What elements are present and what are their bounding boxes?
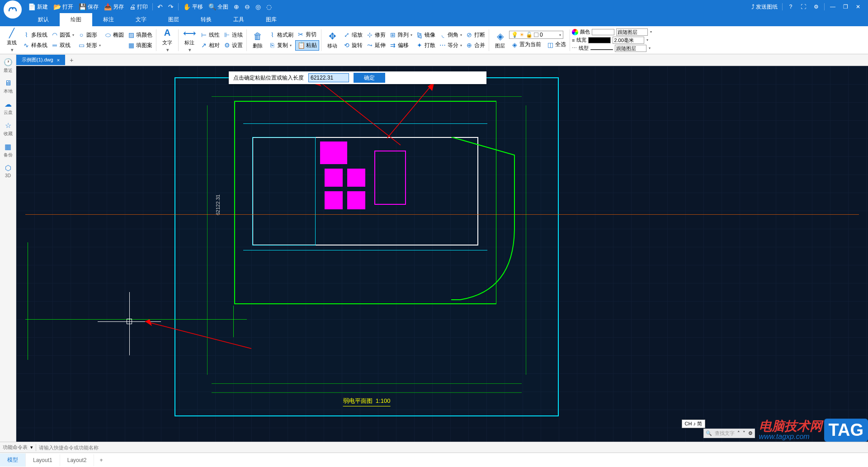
rect-tool[interactable]: ▭矩形▾ [76,41,103,50]
fillcolor-tool[interactable]: ▨填颜色 [126,30,154,40]
zoom-extents-button[interactable]: ◌ [264,0,274,14]
close-button[interactable]: ✕ [852,0,864,14]
tab-draw[interactable]: 绘图 [60,13,92,26]
settings-icon: ⚙ [223,42,231,49]
spline-tool[interactable]: ∿样条线 [21,41,49,50]
save-button[interactable]: 💾保存 [76,0,101,14]
chevron-up-icon[interactable]: ˄ [737,430,740,436]
continuous-dim-tool[interactable]: ⊩连续 [222,30,245,40]
maximize-button[interactable]: ❐ [839,0,852,14]
redo-button[interactable]: ↷ [165,0,176,14]
undo-button[interactable]: ↶ [155,0,165,14]
new-icon: 📄 [28,3,36,10]
circle-tool[interactable]: ○圆形 [76,30,103,40]
mirror-tool[interactable]: ⧎镜像 [414,30,437,40]
layer-panel[interactable]: ◈图层 [491,29,509,51]
array-tool[interactable]: ⊞阵列▾ [387,30,414,40]
cut-tool[interactable]: ✂剪切 [295,30,319,39]
chevron-down-icon[interactable]: ˅ [743,430,745,436]
gear-icon[interactable]: ⚙ [748,430,753,436]
dim-settings-tool[interactable]: ⚙设置 [222,41,245,50]
divide-tool[interactable]: ⋯等分▾ [437,41,464,50]
trim-tool[interactable]: ⊹修剪 [364,30,387,40]
fit-button[interactable]: 🔍全图 [206,0,231,14]
join-tool[interactable]: ⊕合并 [464,41,487,50]
text-tool[interactable]: A文字▾ [158,26,176,55]
sidebar-local[interactable]: 🖥本地 [4,79,13,94]
drawing-title: 弱电平面图 1:100 [343,397,391,406]
settings-button[interactable]: ⚙ [810,0,822,14]
offset-tool[interactable]: ⇉偏移 [387,41,414,50]
layer-selector[interactable]: 💡☀🔓0▾ [509,31,563,39]
zoom-out-button[interactable]: ⊖ [242,0,253,14]
tab-library[interactable]: 图库 [255,13,288,26]
file-tab[interactable]: 示例图(1).dwg× [16,55,65,65]
selectall-icon: ◫ [547,41,554,48]
selectall-button[interactable]: ◫全选 [545,40,568,49]
extend-tool[interactable]: ⤳延伸 [364,41,387,50]
sidebar-3d[interactable]: ⬡3D [5,164,11,178]
copy-tool[interactable]: ⎘复制▾ [267,41,295,50]
move-tool[interactable]: ✥移动 [323,29,341,51]
relative-dim-tool[interactable]: ↗相对 [198,41,222,50]
open-button[interactable]: 📂打开 [51,0,76,14]
prompt-input[interactable] [308,73,349,82]
dim-tool[interactable]: ⟷标注▾ [180,26,198,55]
tab-default[interactable]: 默认 [27,13,60,26]
rotate-tool[interactable]: ⟲旋转 [341,41,364,50]
polyline-tool[interactable]: ⌇多段线 [21,30,49,40]
prompt-ok-button[interactable]: 确定 [354,73,385,83]
command-input[interactable] [39,445,220,450]
fillet-tool[interactable]: ◟倒角▾ [437,30,464,40]
new-button[interactable]: 📄新建 [25,0,51,14]
sidebar-recent[interactable]: 🕐最近 [4,58,13,74]
setcurrent-button[interactable]: ◈置为当前 [509,40,543,49]
sidebar-cloud[interactable]: ☁云盘 [4,100,13,116]
sidebar-backup[interactable]: ▦备份 [4,142,13,158]
send-button[interactable]: ⤴发送图纸 [749,0,780,14]
linear-dim-tool[interactable]: ⊢线性 [198,30,222,40]
zoom-in-button[interactable]: ⊕ [231,0,242,14]
add-layout-tab[interactable]: + [94,454,108,466]
color-property[interactable]: 颜色跟随图层▾ [572,28,652,36]
scale-tool[interactable]: ⤢缩放 [341,30,364,40]
fillpattern-tool[interactable]: ▦填图案 [126,41,154,50]
layer-icon: ◈ [495,31,505,42]
tab-annotate[interactable]: 标注 [92,13,125,26]
pan-button[interactable]: ✋平移 [180,0,206,14]
floor-plan [234,101,496,304]
delete-tool[interactable]: 🗑删除 [249,29,267,51]
paste-tool[interactable]: 📋粘贴 [295,40,319,51]
tab-text[interactable]: 文字 [125,13,157,26]
line-tool[interactable]: ╱直线▾ [3,26,21,55]
add-file-tab[interactable]: + [65,55,78,66]
fullscreen-button[interactable]: ⛶ [797,0,810,14]
layout-tab-model[interactable]: 模型 [0,453,26,467]
layout-tab-1[interactable]: Layout1 [26,454,60,466]
drawing-canvas[interactable]: 弱电平面图 1:100 62122.31 [16,66,868,442]
explode-icon: ✦ [416,42,423,49]
ellipse-icon: ⬭ [104,32,112,39]
print-button[interactable]: 🖨打印 [127,0,151,14]
tab-tools[interactable]: 工具 [222,13,255,26]
arc-tool[interactable]: ◠圆弧▾ [49,30,76,40]
format-tool[interactable]: ⌇格式刷 [267,30,295,40]
linetype-property[interactable]: ⋯线型跟随图层▾ [572,45,652,52]
tab-layer[interactable]: 图层 [157,13,190,26]
zoom-window-button[interactable]: ◎ [253,0,264,14]
minimize-button[interactable]: — [826,0,839,14]
sidebar-favorite[interactable]: ☆收藏 [4,121,13,137]
drawing-extent: 弱电平面图 1:100 [175,77,559,416]
dline-tool[interactable]: ═双线 [49,41,76,50]
layout-tab-2[interactable]: Layout2 [60,454,94,466]
linewidth-property[interactable]: ≡线宽2.00毫米▾ [572,37,652,44]
break-tool[interactable]: ⊘打断 [464,30,487,40]
tab-convert[interactable]: 转换 [190,13,222,26]
help-button[interactable]: ? [784,0,797,14]
search-widget[interactable]: 🔍 查找文字 ˄ ˅ ⚙ [703,429,755,438]
saveas-button[interactable]: 📥另存 [101,0,127,14]
close-tab-icon[interactable]: × [57,57,60,63]
chevron-down-icon[interactable]: ▾ [30,444,33,450]
explode-tool[interactable]: ✦打散 [414,41,437,50]
ellipse-tool[interactable]: ⬭椭圆 [103,30,126,40]
